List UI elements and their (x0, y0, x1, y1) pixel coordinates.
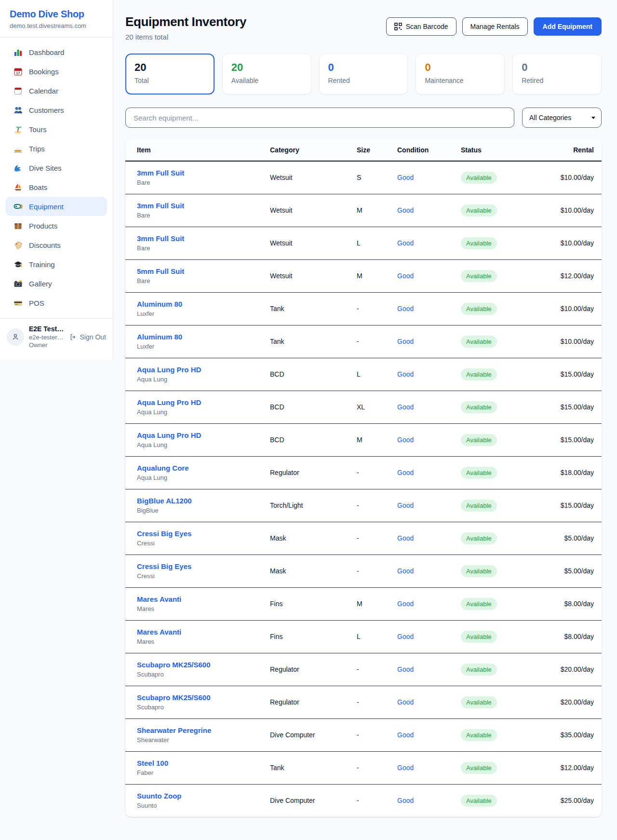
sidebar-item-label: Equipment (29, 203, 64, 211)
item-category: Fins (270, 587, 357, 620)
sidebar-item-customers[interactable]: Customers (6, 100, 107, 120)
calendar-pad-icon (13, 86, 23, 95)
item-name-link[interactable]: 5mm Full Suit (137, 267, 270, 275)
item-condition-link[interactable]: Good (397, 501, 414, 509)
item-size: - (357, 325, 397, 358)
item-size: - (357, 784, 397, 817)
item-condition-link[interactable]: Good (397, 797, 414, 804)
item-condition-link[interactable]: Good (397, 764, 414, 772)
item-name-link[interactable]: 3mm Full Suit (137, 202, 270, 210)
item-condition-link[interactable]: Good (397, 239, 414, 247)
item-condition-link[interactable]: Good (397, 469, 414, 476)
table-row: Suunto Zoop Suunto Dive Computer - Good … (125, 784, 602, 817)
stats-row: 20 Total 20 Available 0 Rented 0 Mainten… (125, 54, 602, 95)
item-name-link[interactable]: Scubapro MK25/S600 (137, 693, 270, 702)
item-name-link[interactable]: Steel 100 (137, 759, 270, 767)
sidebar-item-trips[interactable]: Trips (6, 139, 107, 158)
sidebar-nav: Dashboard 17 Bookings Calendar Customers… (0, 38, 113, 315)
sidebar-item-discounts[interactable]: Discounts (6, 235, 107, 255)
item-brand: BigBlue (137, 507, 270, 514)
item-condition-link[interactable]: Good (397, 305, 414, 312)
stat-card-available[interactable]: 20 Available (222, 54, 311, 95)
item-condition-link[interactable]: Good (397, 338, 414, 345)
user-email: e2e-tester@... (29, 334, 65, 341)
sidebar-item-equipment[interactable]: Equipment (6, 197, 107, 216)
item-name-link[interactable]: Cressi Big Eyes (137, 562, 270, 570)
sidebar-item-gallery[interactable]: Gallery (6, 274, 107, 293)
item-name-link[interactable]: Aqua Lung Pro HD (137, 398, 270, 406)
sidebar-item-dive-sites[interactable]: Dive Sites (6, 158, 107, 177)
item-name-link[interactable]: Shearwater Peregrine (137, 726, 270, 734)
stat-card-retired[interactable]: 0 Retired (512, 54, 602, 95)
item-name-link[interactable]: Mares Avanti (137, 595, 270, 603)
sidebar-item-bookings[interactable]: 17 Bookings (6, 62, 107, 81)
item-name-link[interactable]: Aqua Lung Pro HD (137, 366, 270, 374)
stat-card-total[interactable]: 20 Total (125, 54, 215, 95)
item-name-link[interactable]: Mares Avanti (137, 628, 270, 636)
item-condition-link[interactable]: Good (397, 534, 414, 542)
stat-label: Available (231, 77, 302, 84)
sidebar-item-boats[interactable]: Boats (6, 177, 107, 197)
stat-card-rented[interactable]: 0 Rented (319, 54, 408, 95)
item-name-link[interactable]: BigBlue AL1200 (137, 497, 270, 505)
item-condition-link[interactable]: Good (397, 174, 414, 181)
sidebar-item-label: Trips (29, 145, 45, 153)
item-rental: $35.00/day (530, 718, 602, 751)
category-select[interactable]: All Categories (522, 108, 602, 128)
table-row: Steel 100 Faber Tank - Good Available $1… (125, 751, 602, 784)
item-name-link[interactable]: Aqua Lung Pro HD (137, 431, 270, 439)
item-size: S (357, 161, 397, 194)
item-condition-link[interactable]: Good (397, 436, 414, 444)
item-condition-link[interactable]: Good (397, 633, 414, 640)
page-header-text: Equipment Inventory 20 items total (125, 14, 246, 41)
person-icon (11, 333, 20, 341)
item-condition-link[interactable]: Good (397, 403, 414, 411)
item-condition-link[interactable]: Good (397, 567, 414, 575)
item-condition-link[interactable]: Good (397, 698, 414, 706)
item-name-link[interactable]: 3mm Full Suit (137, 169, 270, 177)
sidebar-item-training[interactable]: Training (6, 255, 107, 274)
table-row: Mares Avanti Mares Fins M Good Available… (125, 587, 602, 620)
table-row: Aqualung Core Aqua Lung Regulator - Good… (125, 456, 602, 489)
calendar-date-icon: 17 (13, 67, 23, 76)
item-name-link[interactable]: Scubapro MK25/S600 (137, 661, 270, 669)
item-name-link[interactable]: 3mm Full Suit (137, 234, 270, 243)
filters-row: All Categories (125, 108, 602, 128)
header-actions: Scan Barcode Manage Rentals Add Equipmen… (386, 14, 602, 36)
item-condition-link[interactable]: Good (397, 600, 414, 608)
item-name-link[interactable]: Aqualung Core (137, 464, 270, 472)
item-name-link[interactable]: Suunto Zoop (137, 792, 270, 800)
item-name-link[interactable]: Aluminum 80 (137, 300, 270, 308)
sidebar-item-pos[interactable]: POS (6, 293, 107, 312)
sidebar-item-products[interactable]: Products (6, 216, 107, 235)
manage-rentals-button[interactable]: Manage Rentals (462, 17, 528, 36)
table-row: Mares Avanti Mares Fins L Good Available… (125, 620, 602, 653)
table-row: Aqua Lung Pro HD Aqua Lung BCD L Good Av… (125, 358, 602, 391)
item-name-link[interactable]: Aluminum 80 (137, 333, 270, 341)
sidebar-item-tours[interactable]: Tours (6, 120, 107, 139)
sailboat-icon (13, 183, 23, 192)
item-condition-link[interactable]: Good (397, 206, 414, 214)
stat-card-maintenance[interactable]: 0 Maintenance (416, 54, 505, 95)
item-condition-link[interactable]: Good (397, 272, 414, 280)
item-name-link[interactable]: Cressi Big Eyes (137, 529, 270, 538)
add-equipment-button[interactable]: Add Equipment (534, 17, 602, 36)
sign-out-button[interactable]: Sign Out (69, 333, 106, 341)
sidebar-item-calendar[interactable]: Calendar (6, 81, 107, 100)
item-rental: $15.00/day (530, 423, 602, 456)
user-info: E2E Test U... e2e-tester@... Owner (29, 325, 65, 349)
sidebar-item-dashboard[interactable]: Dashboard (6, 42, 107, 62)
dive-mask-icon (13, 202, 23, 211)
status-badge: Available (461, 500, 497, 512)
item-category: Regulator (270, 456, 357, 489)
item-rental: $12.00/day (530, 751, 602, 784)
item-rental: $15.00/day (530, 358, 602, 391)
item-condition-link[interactable]: Good (397, 370, 414, 378)
item-category: Dive Computer (270, 718, 357, 751)
search-input[interactable] (125, 108, 514, 128)
stat-label: Retired (522, 77, 592, 84)
item-condition-link[interactable]: Good (397, 665, 414, 673)
item-category: BCD (270, 391, 357, 423)
item-condition-link[interactable]: Good (397, 731, 414, 739)
scan-barcode-button[interactable]: Scan Barcode (386, 17, 456, 36)
